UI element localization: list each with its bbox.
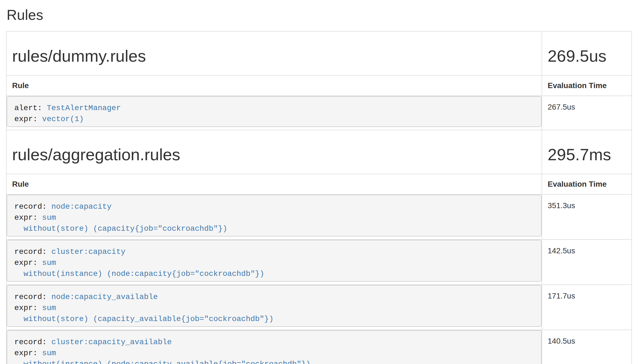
rule-group-name: rules/aggregation.rules — [12, 146, 536, 164]
rule-expression-link[interactable]: sum — [42, 304, 56, 312]
column-header-row: RuleEvaluation Time — [6, 75, 632, 96]
rule-eval-time: 140.5us — [542, 330, 632, 364]
eval-time-column-header: Evaluation Time — [542, 174, 632, 194]
rule-expression-link[interactable]: vector(1) — [42, 115, 84, 123]
rule-definition: record: node:capacity expr: sum without(… — [7, 195, 542, 237]
rule-definition: alert: TestAlertManager expr: vector(1) — [7, 96, 542, 127]
rule-key-text: expr: — [14, 259, 42, 267]
rule-definition: record: cluster:capacity_available expr:… — [7, 330, 542, 364]
rule-key-text: alert: — [14, 104, 47, 112]
rule-key-text — [14, 224, 24, 233]
rule-expression-link[interactable]: without(store) (capacity_available{job="… — [24, 315, 274, 323]
rule-definition: record: cluster:capacity expr: sum witho… — [7, 240, 542, 282]
rules-table-body: rules/dummy.rules269.5usRuleEvaluation T… — [6, 31, 632, 364]
rule-expression-link[interactable]: without(store) (capacity{job="cockroachd… — [24, 224, 227, 233]
rules-table: rules/dummy.rules269.5usRuleEvaluation T… — [6, 31, 632, 364]
rule-eval-time: 171.7us — [542, 285, 632, 330]
rule-eval-time: 142.5us — [542, 240, 632, 285]
rule-row: record: node:capacity expr: sum without(… — [6, 194, 632, 240]
rule-cell: alert: TestAlertManager expr: vector(1) — [6, 96, 542, 130]
rule-cell: record: cluster:capacity expr: sum witho… — [6, 240, 542, 285]
rule-group-eval-time-cell: 269.5us — [542, 31, 632, 75]
page-container: Rules rules/dummy.rules269.5usRuleEvalua… — [0, 7, 638, 364]
rule-key-text: expr: — [14, 115, 42, 123]
rule-key-text: record: — [14, 293, 51, 301]
rule-eval-time: 351.3us — [542, 194, 632, 240]
rule-expression-link[interactable]: without(instance) (node:capacity{job="co… — [24, 270, 264, 278]
rule-expression-link[interactable]: node:capacity — [51, 202, 111, 211]
rule-group-header-row: rules/dummy.rules269.5us — [6, 31, 632, 75]
rule-expression-link[interactable]: node:capacity_available — [51, 293, 158, 301]
rule-cell: record: node:capacity_available expr: su… — [6, 285, 542, 330]
page-title: Rules — [7, 7, 632, 23]
rule-key-text — [14, 270, 24, 278]
rule-expression-link[interactable]: sum — [42, 259, 56, 267]
rule-key-text — [14, 360, 24, 364]
rule-key-text: expr: — [14, 349, 42, 357]
rule-group-eval-time: 269.5us — [548, 47, 626, 65]
rule-column-header: Rule — [6, 174, 542, 194]
rule-key-text — [14, 315, 24, 323]
rule-expression-link[interactable]: cluster:capacity — [51, 248, 125, 256]
rule-group-eval-time-cell: 295.7ms — [542, 130, 632, 174]
rule-cell: record: cluster:capacity_available expr:… — [6, 330, 542, 364]
rule-expression-link[interactable]: cluster:capacity_available — [51, 338, 172, 346]
rule-key-text: record: — [14, 338, 51, 346]
rule-row: record: cluster:capacity_available expr:… — [6, 330, 632, 364]
rule-column-header: Rule — [6, 75, 542, 96]
column-header-row: RuleEvaluation Time — [6, 174, 632, 194]
rule-expression-link[interactable]: without(instance) (node:capacity_availab… — [24, 360, 311, 364]
rule-group-eval-time: 295.7ms — [548, 146, 626, 164]
rule-definition: record: node:capacity_available expr: su… — [7, 285, 542, 327]
rule-group-name: rules/dummy.rules — [12, 47, 536, 65]
rule-expression-link[interactable]: TestAlertManager — [47, 104, 121, 112]
rule-row: record: cluster:capacity expr: sum witho… — [6, 240, 632, 285]
rule-expression-link[interactable]: sum — [42, 349, 56, 357]
rule-row: record: node:capacity_available expr: su… — [6, 285, 632, 330]
rule-key-text: expr: — [14, 304, 42, 312]
rule-key-text: expr: — [14, 213, 42, 222]
rule-group-name-cell: rules/aggregation.rules — [6, 130, 542, 174]
eval-time-column-header: Evaluation Time — [542, 75, 632, 96]
rule-group-name-cell: rules/dummy.rules — [6, 31, 542, 75]
rule-cell: record: node:capacity expr: sum without(… — [6, 194, 542, 240]
rule-group-header-row: rules/aggregation.rules295.7ms — [6, 130, 632, 174]
rule-expression-link[interactable]: sum — [42, 213, 56, 222]
rule-eval-time: 267.5us — [542, 96, 632, 130]
rule-key-text: record: — [14, 248, 51, 256]
rule-row: alert: TestAlertManager expr: vector(1)2… — [6, 96, 632, 130]
rule-key-text: record: — [14, 202, 51, 211]
